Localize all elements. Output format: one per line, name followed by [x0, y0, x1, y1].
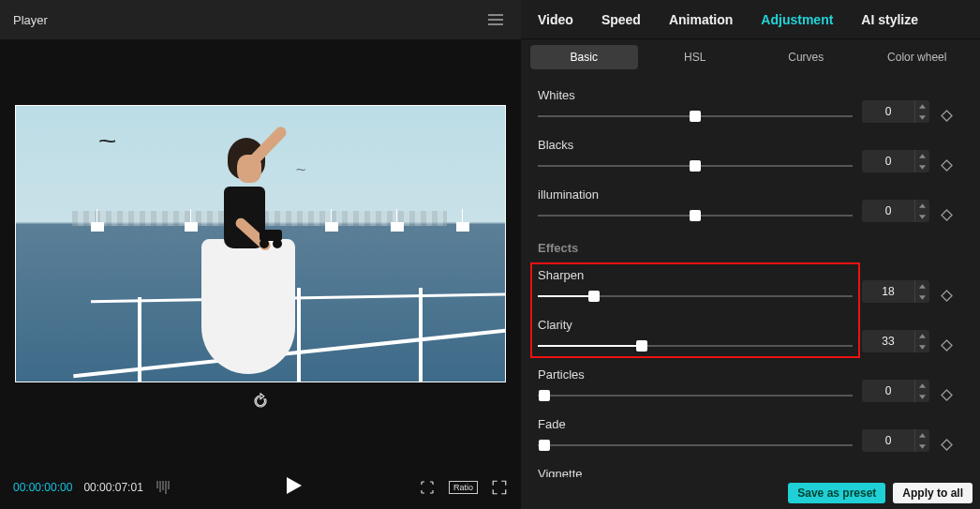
keyframe-sharpen[interactable] [939, 288, 954, 303]
stepper-blacks[interactable] [914, 150, 929, 172]
param-clarity: Clarity 33 [521, 310, 980, 360]
label-fade: Fade [538, 417, 853, 431]
value-blacks[interactable]: 0 [862, 150, 929, 172]
audio-meter-icon [156, 481, 170, 494]
play-button[interactable] [287, 477, 302, 498]
player-panel: Player ~ ~ [0, 0, 521, 509]
keyframe-illumination[interactable] [939, 207, 954, 222]
keyframe-blacks[interactable] [939, 157, 954, 172]
stepper-fade[interactable] [914, 429, 929, 452]
player-title: Player [13, 13, 48, 27]
chevron-down-icon [915, 292, 929, 303]
time-total: 00:00:07:01 [83, 481, 142, 494]
value-fade[interactable]: 0 [862, 429, 929, 452]
keyframe-whites[interactable] [939, 108, 954, 123]
param-blacks: Blacks 0 [521, 130, 980, 180]
slider-fade[interactable] [538, 439, 853, 452]
stepper-illumination[interactable] [914, 200, 929, 222]
chevron-up-icon [915, 429, 929, 441]
label-blacks: Blacks [538, 138, 853, 152]
slider-clarity[interactable] [538, 339, 853, 352]
label-illumination: illumination [538, 187, 853, 202]
fullscreen-icon[interactable] [491, 479, 508, 496]
label-clarity: Clarity [538, 318, 853, 332]
sub-tabs: Basic HSL Curves Color wheel [521, 39, 980, 75]
tab-animation[interactable]: Animation [669, 12, 733, 27]
stepper-particles[interactable] [914, 380, 929, 402]
stepper-whites[interactable] [914, 100, 929, 123]
chevron-up-icon [915, 200, 929, 211]
keyframe-particles[interactable] [939, 387, 954, 402]
subtab-color-wheel[interactable]: Color wheel [864, 45, 972, 69]
preview-area: ~ ~ [0, 39, 521, 466]
chevron-down-icon [915, 161, 929, 172]
label-vignette: Vignette [538, 467, 853, 477]
tab-speed[interactable]: Speed [601, 12, 641, 27]
chevron-up-icon [915, 330, 929, 341]
adjustment-panel: Video Speed Animation Adjustment AI styl… [521, 0, 980, 509]
subtab-curves[interactable]: Curves [752, 45, 860, 69]
param-fade: Fade 0 [521, 410, 980, 459]
value-sharpen[interactable]: 18 [862, 280, 929, 303]
chevron-down-icon [915, 441, 929, 452]
top-tabs: Video Speed Animation Adjustment AI styl… [521, 0, 980, 39]
chevron-down-icon [915, 391, 929, 402]
label-whites: Whites [538, 88, 853, 102]
chevron-down-icon [915, 341, 929, 352]
chevron-up-icon [915, 100, 929, 112]
chevron-down-icon [915, 211, 929, 222]
param-particles: Particles 0 [521, 360, 980, 410]
value-illumination[interactable]: 0 [862, 200, 929, 222]
save-preset-button[interactable]: Save as preset [788, 483, 885, 503]
slider-sharpen[interactable] [538, 290, 853, 303]
slider-blacks[interactable] [538, 159, 853, 172]
param-illumination: illumination 0 [521, 180, 980, 230]
param-vignette: Vignette 0 [521, 459, 980, 477]
panel-footer: Save as preset Apply to all [521, 477, 980, 509]
tab-video[interactable]: Video [538, 12, 573, 27]
value-whites[interactable]: 0 [862, 100, 929, 123]
crop-icon[interactable] [419, 479, 436, 496]
chevron-up-icon [915, 280, 929, 292]
apply-all-button[interactable]: Apply to all [893, 483, 973, 503]
keyframe-fade[interactable] [939, 437, 954, 452]
adjust-body: Whites 0 Blacks [521, 75, 980, 477]
value-particles[interactable]: 0 [862, 380, 929, 402]
subtab-basic[interactable]: Basic [530, 45, 638, 69]
tab-adjustment[interactable]: Adjustment [761, 12, 833, 27]
keyframe-clarity[interactable] [939, 337, 954, 352]
time-current: 00:00:00:00 [13, 481, 72, 494]
stepper-sharpen[interactable] [914, 280, 929, 303]
chevron-up-icon [915, 150, 929, 161]
slider-whites[interactable] [538, 110, 853, 123]
player-controls: 00:00:00:00 00:00:07:01 Ratio [0, 466, 521, 509]
stepper-clarity[interactable] [914, 330, 929, 352]
param-sharpen: Sharpen 18 [521, 261, 980, 310]
player-header: Player [0, 0, 521, 39]
value-clarity[interactable]: 33 [862, 330, 929, 352]
refresh-icon[interactable] [252, 393, 269, 410]
chevron-down-icon [915, 112, 929, 123]
preview-scene: ~ ~ [16, 106, 505, 382]
param-whites: Whites 0 [521, 81, 980, 130]
player-menu-button[interactable] [483, 7, 508, 32]
aspect-ratio-button[interactable]: Ratio [449, 481, 478, 494]
preview-frame[interactable]: ~ ~ [15, 105, 506, 382]
label-particles: Particles [538, 367, 853, 382]
slider-illumination[interactable] [538, 209, 853, 222]
label-sharpen: Sharpen [538, 268, 853, 282]
chevron-up-icon [915, 380, 929, 391]
subtab-hsl[interactable]: HSL [642, 45, 750, 69]
section-effects: Effects [521, 230, 980, 261]
tab-ai-stylize[interactable]: AI stylize [861, 12, 918, 27]
slider-particles[interactable] [538, 389, 853, 402]
